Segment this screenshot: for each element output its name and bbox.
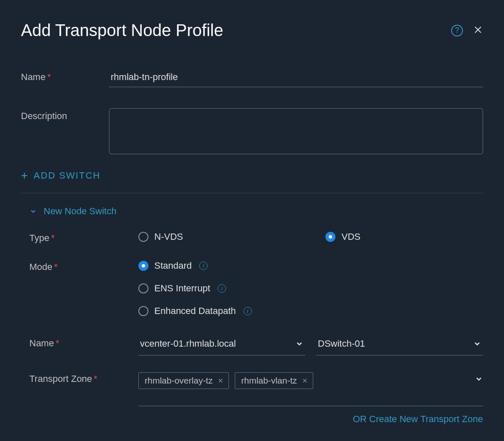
mode-radio-enhanced[interactable]: Enhanced Datapath i — [138, 306, 252, 316]
info-icon[interactable]: i — [218, 284, 226, 293]
dswitch-select[interactable]: DSwitch-01 — [316, 337, 483, 355]
add-switch-button[interactable]: + ADD SWITCH — [21, 169, 483, 193]
radio-icon — [325, 232, 335, 242]
select-value: DSwitch-01 — [318, 338, 365, 349]
radio-label: Enhanced Datapath — [154, 306, 236, 316]
chip-remove-icon[interactable] — [218, 378, 223, 384]
tz-chip-vlan: rhmlab-vlan-tz — [235, 372, 313, 389]
info-icon[interactable]: i — [199, 262, 208, 270]
mode-radio-standard[interactable]: Standard i — [138, 260, 252, 271]
chip-label: rhmlab-vlan-tz — [241, 376, 297, 386]
radio-label: ENS Interrupt — [154, 283, 210, 294]
switch-section-title: New Node Switch — [44, 206, 117, 217]
radio-icon — [138, 232, 148, 242]
transport-zone-select[interactable]: rhmlab-overlay-tz rhmlab-vlan-tz — [138, 372, 483, 406]
chip-remove-icon[interactable] — [302, 378, 308, 384]
create-transport-zone-link[interactable]: OR Create New Transport Zone — [29, 414, 483, 425]
chevron-down-icon — [29, 208, 37, 215]
mode-radio-ens[interactable]: ENS Interrupt i — [138, 283, 252, 294]
name-input[interactable] — [109, 69, 483, 87]
description-label: Description — [21, 108, 109, 122]
chevron-down-icon — [475, 372, 483, 385]
type-radio-vds[interactable]: VDS — [325, 231, 360, 242]
switch-name-label: Name* — [29, 337, 138, 349]
description-input[interactable] — [109, 108, 483, 154]
help-icon[interactable]: ? — [451, 25, 463, 36]
type-label: Type* — [29, 231, 138, 244]
chevron-down-icon — [473, 340, 481, 348]
tz-chip-overlay: rhmlab-overlay-tz — [138, 372, 229, 389]
radio-icon — [138, 283, 148, 293]
vcenter-select[interactable]: vcenter-01.rhmlab.local — [138, 337, 305, 355]
select-value: vcenter-01.rhmlab.local — [140, 338, 236, 349]
chevron-down-icon — [295, 340, 304, 348]
type-radio-nvds[interactable]: N-VDS — [138, 231, 183, 242]
radio-icon — [138, 261, 148, 271]
add-switch-label: ADD SWITCH — [34, 170, 100, 181]
radio-label: VDS — [341, 231, 360, 242]
info-icon[interactable]: i — [244, 307, 252, 315]
transport-zone-label: Transport Zone* — [29, 372, 138, 384]
switch-section-header[interactable]: New Node Switch — [29, 206, 483, 217]
close-icon[interactable] — [473, 25, 483, 36]
page-title: Add Transport Node Profile — [21, 21, 223, 40]
plus-icon: + — [21, 169, 29, 182]
name-label: Name* — [21, 69, 109, 83]
radio-label: N-VDS — [154, 231, 183, 242]
mode-label: Mode* — [29, 260, 138, 272]
radio-icon — [138, 306, 148, 316]
chip-label: rhmlab-overlay-tz — [145, 376, 213, 386]
radio-label: Standard — [154, 260, 192, 271]
